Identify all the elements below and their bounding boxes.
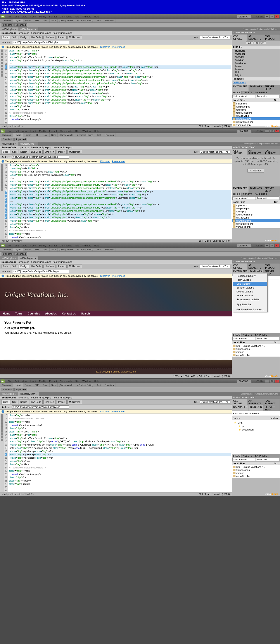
view-code[interactable]: Code: [2, 150, 10, 154]
file-row[interactable]: aboutUs.php: [232, 474, 280, 478]
tag-selector[interactable]: <body> <div#main> <div#left>: [2, 493, 34, 496]
related-file[interactable]: footer-unique.php: [54, 32, 72, 34]
panel-tab[interactable]: SNIPPETS: [254, 192, 268, 196]
panel-tab[interactable]: ASSETS: [242, 333, 254, 336]
add-binding-button[interactable]: +: [233, 412, 234, 415]
cslive-link[interactable]: CS Live: [256, 244, 264, 247]
related-file[interactable]: styles.css: [19, 396, 29, 399]
min-button[interactable]: —: [265, 244, 269, 247]
browserlab-panel[interactable]: ADOBE BROWSERLAB: [232, 260, 280, 264]
file-row[interactable]: images: [232, 472, 280, 474]
related-file[interactable]: footer-unique.php: [54, 396, 72, 399]
current-btn[interactable]: Current: [254, 42, 266, 45]
close-tab-icon[interactable]: ×: [15, 393, 16, 395]
close-tab-icon[interactable]: ×: [36, 393, 37, 395]
menu-commands[interactable]: Commands: [59, 380, 73, 383]
related-file[interactable]: footer-unique.php: [54, 146, 72, 149]
menu-format[interactable]: Format: [48, 380, 58, 383]
layout-standard[interactable]: Standard: [2, 252, 14, 256]
insert-tab-layout[interactable]: Layout: [13, 248, 23, 252]
file-row[interactable]: Connections: [232, 468, 280, 472]
btn-multiscreen[interactable]: Multiscreen: [67, 264, 82, 268]
doc-tab[interactable]: urlClick.php ×: [0, 392, 18, 396]
preferences-link[interactable]: Preferences: [112, 410, 125, 413]
insert-tab-favorites[interactable]: Favorites: [103, 133, 115, 137]
browserlab-panel[interactable]: ADOBE BROWSERLAB: [232, 146, 280, 149]
panel-tab[interactable]: FILES: [232, 91, 242, 94]
menu-window[interactable]: Window: [81, 380, 92, 383]
view-split[interactable]: Split: [11, 36, 18, 39]
panel-tab[interactable]: SERVER BEHA: [263, 186, 280, 192]
doc-tab[interactable]: urlClick.php ×: [0, 142, 18, 146]
search-icon[interactable]: [252, 244, 255, 247]
layout-expanded[interactable]: Expanded: [15, 252, 27, 256]
view-design[interactable]: Design: [19, 264, 29, 268]
btn-multiscreen[interactable]: Multiscreen: [67, 400, 82, 404]
min-button[interactable]: —: [265, 380, 269, 383]
insert-tab-spry[interactable]: Spry: [50, 19, 58, 22]
menu-site[interactable]: Site: [74, 129, 81, 133]
file-row[interactable]: aboutUs.php: [232, 354, 280, 356]
menu-modify[interactable]: Modify: [38, 15, 47, 18]
menu-window[interactable]: Window: [81, 15, 92, 18]
nav-tours[interactable]: Tours: [15, 312, 22, 315]
panel-tab[interactable]: AP ELEMENTS: [247, 399, 264, 405]
menu-format[interactable]: Format: [48, 15, 58, 18]
menu-help[interactable]: Help: [93, 15, 100, 18]
code-area[interactable]: class="tag"><div id="main"> class="tag">…: [8, 164, 232, 239]
panel-tab[interactable]: TAG INSPECT: [264, 264, 280, 270]
doc-tab[interactable]: urlDisplay.php* ×: [18, 392, 40, 396]
menu-edit[interactable]: Edit: [13, 244, 20, 247]
view-code[interactable]: Code: [2, 400, 10, 404]
add-property-link[interactable]: Add Property: [233, 81, 245, 84]
panel-tab[interactable]: DATABASES: [232, 84, 249, 91]
insert-tab-jquery-mobile[interactable]: jQuery Mobile: [58, 248, 75, 252]
cslive-link[interactable]: CS Live: [256, 16, 264, 18]
close-button[interactable]: ×: [274, 244, 279, 247]
btn-live-code[interactable]: Live Code: [30, 264, 43, 268]
related-file[interactable]: footer-unique.php: [54, 260, 72, 263]
doc-tab[interactable]: urlDisplay.php ×: [18, 28, 39, 31]
preferences-link[interactable]: Preferences: [112, 46, 125, 48]
insert-tab-spry[interactable]: Spry: [50, 133, 58, 137]
layout-expanded[interactable]: Expanded: [15, 388, 27, 391]
site-dropdown[interactable]: Unique Vacatio: [232, 337, 256, 340]
view-dropdown[interactable]: Local view: [256, 95, 279, 98]
title-input[interactable]: [200, 36, 230, 39]
menu-edit[interactable]: Edit: [13, 380, 20, 383]
menu-window[interactable]: Window: [81, 129, 92, 133]
doc-tab[interactable]: urlDisplay.php ×: [18, 256, 39, 260]
related-file[interactable]: header-unique.php: [31, 260, 51, 263]
file-row[interactable]: urlDisplay.php: [232, 117, 280, 120]
close-tab-icon[interactable]: ×: [15, 28, 16, 30]
address-input[interactable]: [12, 41, 69, 44]
insert-tab-php[interactable]: PHP: [33, 19, 41, 22]
insert-tab-data[interactable]: Data: [41, 133, 50, 137]
insert-tab-incontext-editing[interactable]: InContext Editing: [75, 133, 95, 137]
insert-tab-common[interactable]: Common: [0, 248, 13, 252]
cslive-link[interactable]: CS Live: [256, 130, 264, 132]
close-tab-icon[interactable]: ×: [15, 257, 16, 260]
panel-tab[interactable]: BINDINGS: [249, 84, 263, 91]
panel-tab[interactable]: AP ELEMENTS: [247, 149, 264, 155]
menu-insert[interactable]: Insert: [29, 15, 37, 18]
menu-item[interactable]: Cookie Variable: [233, 290, 267, 294]
related-file[interactable]: header-unique.php: [31, 32, 51, 34]
file-row[interactable]: Site - Unique Vacations (...: [232, 344, 280, 348]
panel-tab[interactable]: AP ELEMENTS: [247, 264, 264, 270]
close-tab-icon[interactable]: ×: [35, 257, 36, 260]
menu-item[interactable]: Environment Variable: [233, 298, 267, 302]
search-icon[interactable]: [252, 130, 255, 132]
menu-site[interactable]: Site: [74, 380, 81, 383]
insert-tab-common[interactable]: Common: [0, 133, 13, 137]
btn-live-view[interactable]: Live View: [44, 150, 56, 154]
view-code[interactable]: Code: [2, 264, 10, 268]
view-design[interactable]: Design: [19, 400, 29, 404]
layout-standard[interactable]: Standard: [2, 138, 14, 141]
all-btn[interactable]: All: [246, 42, 253, 45]
file-row[interactable]: Site - Unique Vacations (...: [232, 466, 280, 468]
menu-modify[interactable]: Modify: [38, 380, 47, 383]
insert-tab-favorites[interactable]: Favorites: [103, 19, 115, 22]
layout-standard[interactable]: Standard: [2, 388, 14, 391]
view-design[interactable]: Design: [19, 150, 29, 154]
